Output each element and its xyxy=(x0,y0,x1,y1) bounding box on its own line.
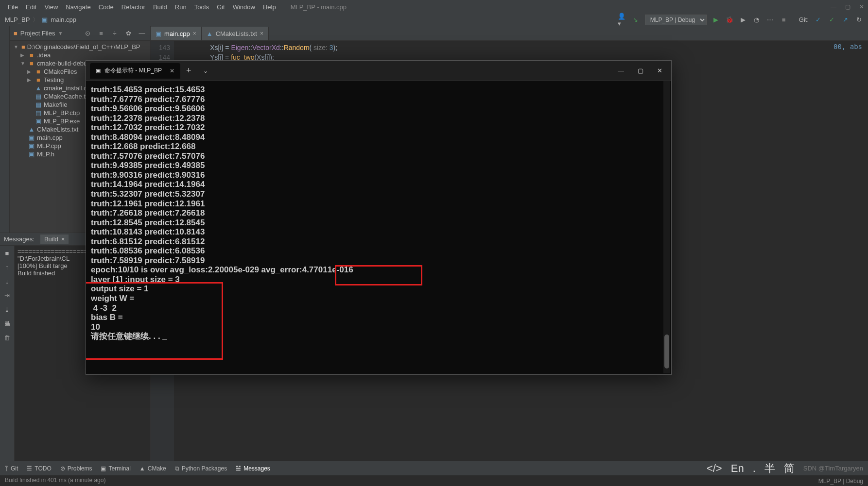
minimize-icon[interactable]: — xyxy=(831,3,836,10)
stop-icon[interactable]: ■ xyxy=(780,16,788,24)
close-icon[interactable]: × xyxy=(61,235,65,243)
menu-tools[interactable]: Tools xyxy=(191,2,213,12)
select-opened-icon[interactable]: ⊙ xyxy=(83,29,92,38)
down-icon[interactable]: ↓ xyxy=(5,278,9,285)
print-icon[interactable]: 🖶 xyxy=(4,320,10,327)
ime-lang[interactable]: En xyxy=(731,462,744,475)
tree-label: CMakeFiles xyxy=(44,68,77,75)
close-icon[interactable]: ✕ xyxy=(170,67,174,74)
terminal-line: truth:12.7032 predict:12.7032 xyxy=(91,123,666,133)
scroll-icon[interactable]: ⤓ xyxy=(4,306,10,313)
close-icon[interactable]: × xyxy=(193,30,196,37)
hide-icon[interactable]: — xyxy=(138,29,146,38)
terminal-line: output size = 1 xyxy=(91,284,666,294)
maximize-icon[interactable]: ▢ xyxy=(845,3,851,10)
terminal-scrollbar-track[interactable] xyxy=(663,81,670,373)
expand-all-icon[interactable]: ≡ xyxy=(97,29,105,38)
branch-icon: ᛘ xyxy=(5,465,8,472)
messages-tab-build[interactable]: Build× xyxy=(40,235,69,244)
menu-build[interactable]: Build xyxy=(149,2,171,12)
collapse-all-icon[interactable]: ÷ xyxy=(110,29,119,38)
terminal-tab[interactable]: ▣ 命令提示符 - MLP_BP ✕ xyxy=(90,63,180,79)
status-bar: Build finished in 401 ms (a minute ago) … xyxy=(0,475,868,486)
menu-window[interactable]: Window xyxy=(229,2,259,12)
terminal-line: truth:12.668 predict:12.668 xyxy=(91,142,666,151)
tree-label: MLP.cpp xyxy=(37,142,61,150)
git-commit-icon[interactable]: ✓ xyxy=(827,16,836,24)
close-icon[interactable]: ✕ xyxy=(859,3,864,10)
stop-icon[interactable]: ■ xyxy=(5,250,9,257)
user-icon[interactable]: 👤▾ xyxy=(618,16,626,24)
profile-icon[interactable]: ◔ xyxy=(752,16,761,24)
tool-window-cmake[interactable]: ▲CMake xyxy=(139,465,166,472)
msg-icon: ☱ xyxy=(236,465,241,472)
maximize-icon[interactable]: ▢ xyxy=(638,67,643,74)
settings-icon[interactable]: ✿ xyxy=(124,29,133,38)
tree-node[interactable]: ▶■.idea xyxy=(10,51,150,59)
close-icon[interactable]: ✕ xyxy=(657,67,662,74)
editor-tab[interactable]: ▣main.cpp× xyxy=(151,27,202,40)
tree-root[interactable]: ▼■ D:\Originalcodes\Field_of_C++\MLP_BP xyxy=(10,43,150,51)
menu-run[interactable]: Run xyxy=(171,2,191,12)
menu-navigate[interactable]: Navigate xyxy=(62,2,94,12)
ime-dot[interactable]: . xyxy=(753,462,756,475)
tree-label: cmake_install.cr xyxy=(44,84,89,92)
file-icon: ▲ xyxy=(207,30,213,37)
tab-dropdown-icon[interactable]: ⌄ xyxy=(197,67,214,74)
terminal-scrollbar-thumb[interactable] xyxy=(664,335,669,369)
terminal-line: truth:7.58919 predict:7.58919 xyxy=(91,256,666,266)
tool-window-git[interactable]: ᛘGit xyxy=(5,465,18,472)
attach-icon[interactable]: ⋯ xyxy=(766,16,775,24)
terminal-tabbar: ▣ 命令提示符 - MLP_BP ✕ + ⌄ — ▢ ✕ xyxy=(86,61,671,81)
tree-label: Testing xyxy=(44,76,64,84)
tool-window-python-packages[interactable]: ⧉Python Packages xyxy=(175,465,227,472)
breadcrumb-file[interactable]: main.cpp xyxy=(51,16,76,23)
tree-root-label: D:\Originalcodes\Field_of_C++\MLP_BP xyxy=(27,43,140,50)
minimize-icon[interactable]: — xyxy=(618,67,624,74)
trash-icon[interactable]: 🗑 xyxy=(4,334,10,341)
terminal-line: 4 -3 2 xyxy=(91,303,666,313)
tool-window-messages[interactable]: ☱Messages xyxy=(236,465,270,472)
tool-window-label: CMake xyxy=(148,465,166,472)
chevron-down-icon[interactable]: ▼ xyxy=(58,31,63,36)
terminal-output[interactable]: truth:15.4653 predict:15.4653truth:7.677… xyxy=(86,81,671,374)
git-history-icon[interactable]: ↻ xyxy=(854,16,863,24)
menu-code[interactable]: Code xyxy=(95,2,118,12)
cmd-icon: ▣ xyxy=(96,67,101,74)
tool-window-problems[interactable]: ⊘Problems xyxy=(60,465,92,472)
code-icon[interactable]: </> xyxy=(707,462,722,475)
file-icon: ▣ xyxy=(156,30,161,37)
status-right: MLP_BP | Debug xyxy=(818,478,863,485)
new-tab-icon[interactable]: + xyxy=(180,66,197,76)
tool-window-terminal[interactable]: ▣Terminal xyxy=(101,465,130,472)
menu-help[interactable]: Help xyxy=(259,2,280,12)
coverage-icon[interactable]: ▶ xyxy=(739,16,747,24)
file-icon: ▤ xyxy=(35,109,42,117)
command-prompt-window: ▣ 命令提示符 - MLP_BP ✕ + ⌄ — ▢ ✕ truth:15.46… xyxy=(86,60,672,375)
menubar: FileEditViewNavigateCodeRefactorBuildRun… xyxy=(0,0,868,14)
menu-git[interactable]: Git xyxy=(213,2,229,12)
ime-mode[interactable]: 简 xyxy=(784,461,795,476)
close-icon[interactable]: × xyxy=(260,30,263,37)
tree-label: main.cpp xyxy=(37,134,63,141)
ime-width[interactable]: 半 xyxy=(764,461,775,476)
editor-tab[interactable]: ▲CMakeLists.txt× xyxy=(202,27,269,40)
menu-view[interactable]: View xyxy=(40,2,62,12)
tree-label: CMakeCache.tx xyxy=(44,93,88,100)
file-icon: ▲ xyxy=(28,126,35,133)
run-icon[interactable]: ▶ xyxy=(712,16,720,24)
menu-refactor[interactable]: Refactor xyxy=(118,2,149,12)
file-icon: ▣ xyxy=(28,142,35,150)
hammer-icon[interactable]: ↘ xyxy=(631,16,640,24)
project-files-label[interactable]: Project Files xyxy=(20,30,55,37)
up-icon[interactable]: ↑ xyxy=(5,264,9,271)
breadcrumb-root[interactable]: MLP_BP xyxy=(5,16,30,23)
git-update-icon[interactable]: ✓ xyxy=(814,16,822,24)
menu-edit[interactable]: Edit xyxy=(22,2,40,12)
tool-window-todo[interactable]: ☰TODO xyxy=(27,465,51,472)
run-config-select[interactable]: MLP_BP | Debug xyxy=(645,15,707,25)
debug-icon[interactable]: 🐞 xyxy=(725,16,734,24)
git-push-icon[interactable]: ↗ xyxy=(841,16,850,24)
menu-file[interactable]: File xyxy=(4,2,22,12)
soft-wrap-icon[interactable]: ⇥ xyxy=(4,292,10,299)
